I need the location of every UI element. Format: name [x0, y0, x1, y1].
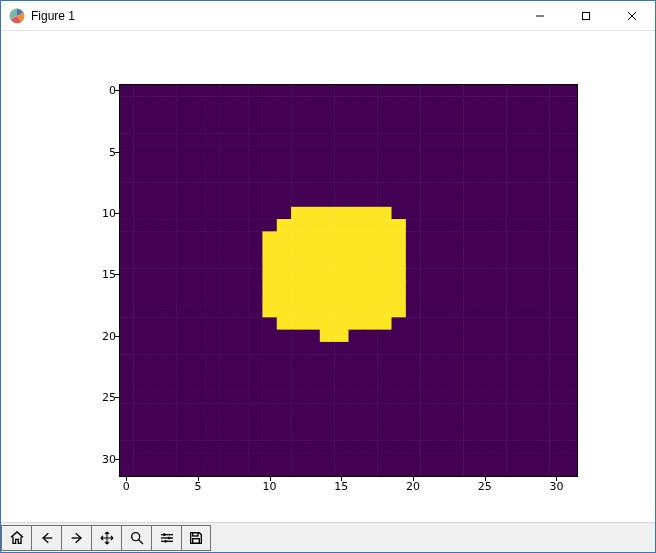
- x-tick-mark: [198, 477, 199, 481]
- matplotlib-icon: [9, 8, 25, 24]
- y-tick-label: 15: [102, 268, 116, 281]
- window-title: Figure 1: [31, 9, 75, 23]
- figure-canvas[interactable]: 051015202530 051015202530: [1, 31, 655, 522]
- x-tick-mark: [270, 477, 271, 481]
- x-tick-label: 5: [194, 480, 201, 493]
- y-tick-label: 10: [102, 206, 116, 219]
- axes: 051015202530 051015202530: [119, 84, 578, 477]
- subplots-button[interactable]: [151, 525, 181, 551]
- window-controls: [517, 1, 655, 30]
- y-tick-mark: [115, 459, 119, 460]
- svg-rect-2: [583, 12, 590, 19]
- maximize-button[interactable]: [563, 1, 609, 30]
- x-tick-mark: [126, 477, 127, 481]
- x-tick-mark: [341, 477, 342, 481]
- y-tick-mark: [115, 90, 119, 91]
- y-tick-mark: [115, 397, 119, 398]
- axes-frame: [119, 84, 578, 477]
- save-button[interactable]: [181, 525, 211, 551]
- forward-button[interactable]: [61, 525, 91, 551]
- x-tick-label: 10: [263, 480, 277, 493]
- nav-toolbar: [1, 522, 655, 552]
- svg-line-6: [138, 539, 142, 543]
- svg-rect-13: [193, 532, 198, 535]
- home-button[interactable]: [1, 525, 31, 551]
- y-tick-mark: [115, 213, 119, 214]
- figure-window: Figure 1 051015202530 051015202530: [0, 0, 656, 553]
- x-tick-label: 0: [123, 480, 130, 493]
- x-tick-label: 20: [406, 480, 420, 493]
- x-tick-mark: [413, 477, 414, 481]
- minimize-button[interactable]: [517, 1, 563, 30]
- svg-rect-14: [193, 538, 200, 543]
- y-tick-mark: [115, 274, 119, 275]
- y-tick-label: 30: [102, 452, 116, 465]
- close-button[interactable]: [609, 1, 655, 30]
- svg-point-5: [131, 532, 139, 540]
- zoom-button[interactable]: [121, 525, 151, 551]
- x-tick-mark: [556, 477, 557, 481]
- svg-point-11: [167, 536, 170, 539]
- pan-button[interactable]: [91, 525, 121, 551]
- back-button[interactable]: [31, 525, 61, 551]
- y-tick-mark: [115, 336, 119, 337]
- y-tick-label: 20: [102, 329, 116, 342]
- x-tick-label: 25: [478, 480, 492, 493]
- svg-point-12: [164, 540, 167, 543]
- x-tick-label: 30: [549, 480, 563, 493]
- titlebar[interactable]: Figure 1: [1, 1, 655, 31]
- y-tick-mark: [115, 152, 119, 153]
- x-tick-label: 15: [334, 480, 348, 493]
- x-tick-mark: [485, 477, 486, 481]
- y-tick-label: 25: [102, 391, 116, 404]
- svg-point-10: [163, 533, 166, 536]
